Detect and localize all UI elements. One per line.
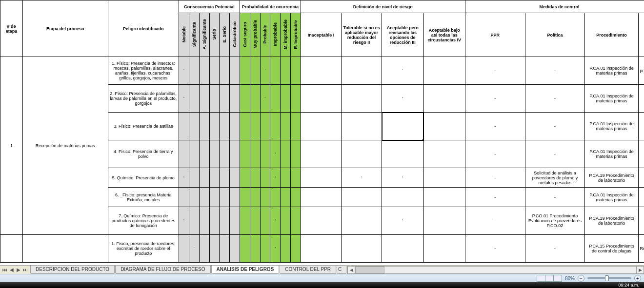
hazard-cell[interactable]: 1. Físico, presencia de roedores, excret… [108, 235, 179, 263]
probability-cell[interactable] [250, 168, 260, 188]
consequence-cell[interactable] [189, 113, 199, 140]
risk-level-cell[interactable]: ‘ [342, 168, 382, 188]
risk-level-cell[interactable] [301, 140, 341, 168]
risk-level-cell[interactable] [301, 207, 341, 235]
probability-cell[interactable] [240, 168, 250, 188]
risk-level-cell[interactable] [342, 188, 382, 207]
risk-level-cell[interactable] [301, 85, 341, 113]
consequence-cell[interactable] [209, 140, 220, 168]
consequence-cell[interactable] [179, 235, 189, 263]
consequence-cell[interactable] [220, 188, 230, 207]
consequence-cell[interactable] [230, 85, 240, 113]
risk-level-cell[interactable] [423, 57, 465, 85]
proced-cell[interactable]: P.CA.01 Inspección de materias primas [585, 140, 638, 168]
politica-cell[interactable]: - [525, 85, 585, 113]
politica-cell[interactable]: - [525, 235, 585, 263]
probability-cell[interactable] [260, 168, 270, 188]
extra-cell[interactable]: pro [638, 57, 644, 85]
probability-cell[interactable] [281, 168, 291, 188]
probability-cell[interactable] [290, 168, 301, 188]
proced-cell[interactable]: P.CA.15 Procedimiento de control de plag… [585, 235, 638, 263]
consequence-cell[interactable] [220, 235, 230, 263]
risk-level-cell[interactable] [423, 207, 465, 235]
probability-cell[interactable]: ‘ [260, 57, 270, 85]
ppr-cell[interactable]: - [465, 168, 525, 188]
consequence-cell[interactable] [220, 57, 230, 85]
proced-cell[interactable]: P.CA.01 Inspección de materias primas [585, 188, 638, 207]
ppr-cell[interactable]: - [465, 85, 525, 113]
probability-cell[interactable] [240, 207, 250, 235]
consequence-cell[interactable] [230, 57, 240, 85]
consequence-cell[interactable] [220, 168, 230, 188]
consequence-cell[interactable] [199, 188, 209, 207]
probability-cell[interactable] [281, 207, 291, 235]
probability-cell[interactable] [260, 140, 270, 168]
extra-cell[interactable] [638, 113, 644, 140]
probability-cell[interactable] [240, 235, 250, 263]
consequence-cell[interactable] [209, 113, 220, 140]
risk-level-cell[interactable] [342, 207, 382, 235]
probability-cell[interactable] [281, 85, 291, 113]
risk-level-cell[interactable] [382, 113, 423, 140]
consequence-cell[interactable] [189, 140, 199, 168]
consequence-cell[interactable]: ‘ [179, 57, 189, 85]
hazard-cell[interactable]: 1. Físico: Presencia de insectos: moscas… [108, 57, 179, 85]
probability-cell[interactable] [281, 140, 291, 168]
probability-cell[interactable]: ‘ [270, 168, 281, 188]
probability-cell[interactable] [240, 188, 250, 207]
extra-cell[interactable] [638, 140, 644, 168]
probability-cell[interactable] [250, 113, 260, 140]
consequence-cell[interactable] [179, 140, 189, 168]
risk-level-cell[interactable] [342, 140, 382, 168]
consequence-cell[interactable] [199, 207, 209, 235]
consequence-cell[interactable] [199, 113, 209, 140]
risk-level-cell[interactable] [382, 235, 423, 263]
probability-cell[interactable] [240, 57, 250, 85]
risk-level-cell[interactable] [342, 235, 382, 263]
ppr-cell[interactable]: - [465, 57, 525, 85]
consequence-cell[interactable] [199, 235, 209, 263]
consequence-cell[interactable] [209, 235, 220, 263]
ppr-cell[interactable]: - [465, 235, 525, 263]
risk-level-cell[interactable] [301, 235, 341, 263]
consequence-cell[interactable] [199, 57, 209, 85]
risk-level-cell[interactable]: ‘ [382, 57, 423, 85]
ppr-cell[interactable]: - [465, 113, 525, 140]
consequence-cell[interactable] [179, 113, 189, 140]
politica-cell[interactable]: Solicitud de análisis a poveedores de pl… [525, 168, 585, 188]
risk-level-cell[interactable] [423, 140, 465, 168]
proced-cell[interactable]: P.CA.19 Procedimiento de laboratorio [585, 168, 638, 188]
consequence-cell[interactable] [199, 168, 209, 188]
consequence-cell[interactable] [189, 207, 199, 235]
probability-cell[interactable] [290, 113, 301, 140]
ppr-cell[interactable]: - [465, 207, 525, 235]
probability-cell[interactable] [281, 235, 291, 263]
politica-cell[interactable]: P.CO.01 Procedimiento Evaluacion de prov… [525, 207, 585, 235]
hazard-cell[interactable]: 7. Químico: Presencia de productos quími… [108, 207, 179, 235]
hazard-cell[interactable]: 2. Físico: Presencia de palomillas, larv… [108, 85, 179, 113]
risk-level-cell[interactable] [423, 85, 465, 113]
politica-cell[interactable]: - [525, 188, 585, 207]
probability-cell[interactable] [240, 113, 250, 140]
probability-cell[interactable]: ‘ [270, 140, 281, 168]
probability-cell[interactable] [250, 57, 260, 85]
risk-level-cell[interactable] [423, 188, 465, 207]
consequence-cell[interactable]: ‘ [179, 85, 189, 113]
risk-level-cell[interactable] [342, 113, 382, 140]
probability-cell[interactable] [290, 235, 301, 263]
risk-level-cell[interactable] [423, 113, 465, 140]
hazard-cell[interactable]: 5. Químico: Presencia de plomo [108, 168, 179, 188]
consequence-cell[interactable] [189, 188, 199, 207]
consequence-cell[interactable] [209, 85, 220, 113]
probability-cell[interactable]: ‘ [270, 235, 281, 263]
probability-cell[interactable] [240, 140, 250, 168]
consequence-cell[interactable] [230, 113, 240, 140]
probability-cell[interactable] [290, 85, 301, 113]
ppr-cell[interactable]: - [465, 188, 525, 207]
consequence-cell[interactable] [230, 188, 240, 207]
consequence-cell[interactable] [189, 57, 199, 85]
probability-cell[interactable] [250, 188, 260, 207]
consequence-cell[interactable] [209, 57, 220, 85]
consequence-cell[interactable] [220, 140, 230, 168]
politica-cell[interactable]: - [525, 57, 585, 85]
